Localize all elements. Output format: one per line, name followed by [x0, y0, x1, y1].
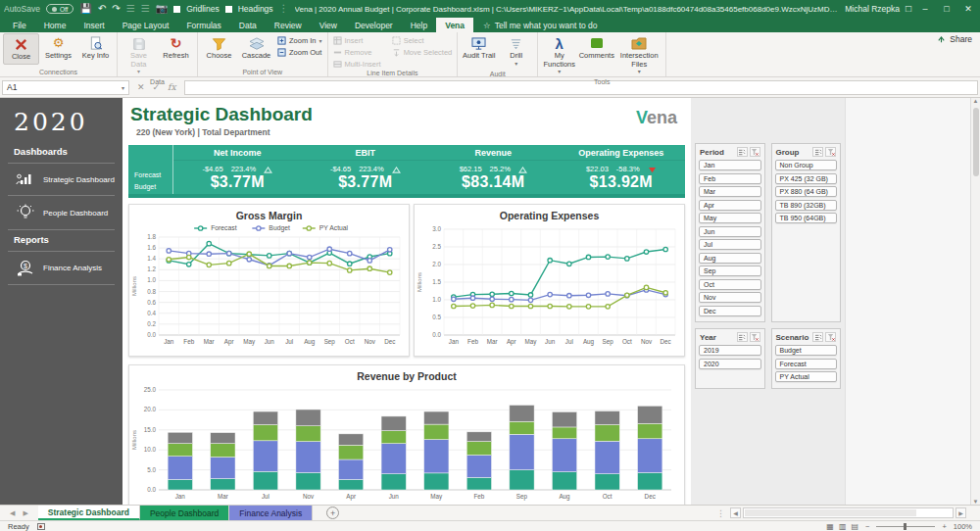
sidebar-item-finance-analysis[interactable]: $ Finance Analysis	[0, 252, 122, 284]
ribbon-tab[interactable]: Review	[266, 18, 311, 32]
close-button[interactable]: Close	[3, 33, 39, 65]
sheet-tab-finance-analysis[interactable]: Finance Analysis	[229, 506, 313, 520]
multi-insert-button[interactable]: Multi-Insert	[331, 59, 383, 69]
zoom-slider-thumb[interactable]	[904, 523, 906, 530]
comments-button[interactable]: Comments	[578, 33, 614, 63]
scrollbar-splitter[interactable]: ⋮	[713, 508, 728, 518]
zoom-slider[interactable]	[876, 526, 935, 527]
toolbar-overflow-icon[interactable]: ⋮	[279, 4, 289, 14]
slicer-option[interactable]: Oct	[699, 279, 761, 290]
remove-button[interactable]: Remove	[331, 47, 383, 57]
gridlines-checkbox[interactable]	[173, 6, 180, 13]
maximize-button[interactable]: □	[939, 4, 955, 14]
close-window-button[interactable]: ✕	[960, 4, 976, 14]
name-box[interactable]: A1 ▾	[2, 80, 129, 95]
insert-button[interactable]: Insert	[331, 35, 383, 45]
ribbon-tab[interactable]: File	[4, 18, 35, 32]
quick-access-icon[interactable]: ☰	[141, 4, 150, 14]
slicer-option[interactable]: 2020	[699, 359, 761, 369]
scrollbar-thumb[interactable]	[973, 108, 979, 176]
slicer-option[interactable]: Mar	[699, 186, 761, 197]
sheet-nav-right-icon[interactable]: ▶	[23, 509, 27, 517]
cascade-button[interactable]: Cascade	[238, 33, 274, 63]
zoom-in-icon[interactable]: +	[942, 522, 946, 531]
ribbon-tab[interactable]: Formulas	[177, 18, 229, 32]
slicer-option[interactable]: Jan	[699, 160, 761, 170]
headings-checkbox[interactable]	[225, 6, 232, 13]
slicer-option[interactable]: Feb	[699, 173, 761, 184]
normal-view-icon[interactable]: ▦	[826, 522, 834, 531]
ribbon-tab[interactable]: Data	[230, 18, 266, 32]
choose-button[interactable]: Choose	[201, 33, 237, 63]
slicer-option[interactable]: PX 880 (64 GB)	[775, 186, 838, 197]
move-selected-button[interactable]: Move Selected	[390, 47, 455, 57]
ribbon-tab[interactable]: Page Layout	[114, 18, 178, 32]
refresh-button[interactable]: ↻ Refresh	[158, 33, 194, 63]
slicer-option[interactable]: Dec	[699, 306, 761, 316]
slicer-option[interactable]: Sep	[699, 266, 761, 276]
audit-trail-button[interactable]: Audit Trail	[461, 33, 497, 63]
redo-icon[interactable]: ↷	[112, 4, 120, 14]
multi-select-icon[interactable]	[737, 332, 748, 342]
quick-access-icon[interactable]: ☰	[126, 4, 135, 14]
slicer-option[interactable]: Forecast	[775, 359, 838, 369]
slicer-option[interactable]: PY Actual	[775, 371, 838, 382]
slicer-option[interactable]: Jun	[699, 226, 761, 237]
scroll-up-icon[interactable]: ▲	[973, 98, 979, 104]
minimize-button[interactable]: –	[917, 4, 933, 14]
tell-me-box[interactable]: ☆ Tell me what you want to do	[473, 18, 608, 32]
zoom-out-button[interactable]: Zoom Out	[275, 47, 324, 57]
clear-filter-icon[interactable]	[750, 147, 760, 157]
clear-filter-icon[interactable]	[825, 332, 836, 342]
slicer-option[interactable]: TB 890 (32GB)	[775, 200, 838, 211]
undo-icon[interactable]: ↶	[98, 4, 106, 14]
ribbon-tab[interactable]: Insert	[74, 18, 113, 32]
slicer-option[interactable]: Nov	[699, 292, 761, 303]
autosave-toggle[interactable]: Off	[46, 4, 74, 14]
ribbon-tab[interactable]: Home	[35, 18, 75, 32]
save-data-button[interactable]: Save Data ▾	[121, 33, 157, 77]
slicer-option[interactable]: TB 950 (64GB)	[775, 213, 838, 223]
settings-button[interactable]: ⚙ Settings	[40, 33, 76, 63]
sheet-tab-people-dashboard[interactable]: People Dashboard	[140, 506, 229, 520]
sheet-tab-strategic-dashboard[interactable]: Strategic Dashboard	[38, 506, 140, 520]
sidebar-item-people-dashboard[interactable]: People Dashboard	[0, 196, 122, 229]
slicer-option[interactable]: Apr	[699, 200, 761, 211]
clear-filter-icon[interactable]	[750, 332, 760, 342]
horizontal-scrollbar[interactable]	[743, 507, 954, 518]
scroll-right-icon[interactable]: ▶	[956, 507, 966, 518]
slicer-option[interactable]: 2019	[699, 345, 761, 356]
key-info-button[interactable]: Key Info	[77, 33, 114, 63]
slicer-option[interactable]: PX 425 (32 GB)	[775, 173, 838, 184]
sidebar-item-strategic-dashboard[interactable]: Strategic Dashboard	[0, 164, 122, 195]
slicer-option[interactable]: Non Group	[775, 160, 838, 170]
zoom-out-icon[interactable]: −	[865, 522, 869, 531]
clear-filter-icon[interactable]	[825, 147, 836, 157]
my-functions-button[interactable]: λ My Functions ▾	[541, 33, 577, 77]
new-sheet-button[interactable]: +	[326, 507, 339, 519]
slicer-option[interactable]: May	[699, 213, 761, 223]
slicer-option[interactable]: Jul	[699, 239, 761, 250]
ribbon-tab[interactable]: Developer	[346, 18, 402, 32]
slicer-option[interactable]: Budget	[775, 345, 838, 356]
zoom-in-button[interactable]: Zoom In ▾	[275, 35, 324, 45]
ribbon-tab[interactable]: View	[311, 18, 346, 32]
page-layout-view-icon[interactable]: ▥	[839, 522, 847, 531]
page-break-view-icon[interactable]: ▤	[851, 522, 858, 531]
slicer-option[interactable]: Aug	[699, 253, 761, 264]
scroll-left-icon[interactable]: ◀	[730, 507, 741, 518]
vertical-scrollbar[interactable]: ▲ ▼	[970, 98, 980, 505]
share-button[interactable]: Share	[937, 34, 972, 44]
user-avatar[interactable]: □	[906, 4, 911, 14]
sheet-nav-left-icon[interactable]: ◀	[10, 509, 15, 517]
save-icon[interactable]: 💾	[79, 4, 91, 14]
drill-button[interactable]: Drill ▾	[498, 33, 534, 70]
scrollbar-thumb[interactable]	[745, 509, 916, 516]
user-name[interactable]: Michal Rzepka	[845, 4, 900, 14]
camera-icon[interactable]: 📷	[156, 4, 168, 14]
ribbon-tab[interactable]: Vena	[436, 18, 473, 32]
select-button[interactable]: Select	[390, 35, 455, 45]
multi-select-icon[interactable]	[812, 332, 823, 342]
multi-select-icon[interactable]	[737, 147, 748, 157]
macro-record-icon[interactable]	[37, 523, 45, 530]
